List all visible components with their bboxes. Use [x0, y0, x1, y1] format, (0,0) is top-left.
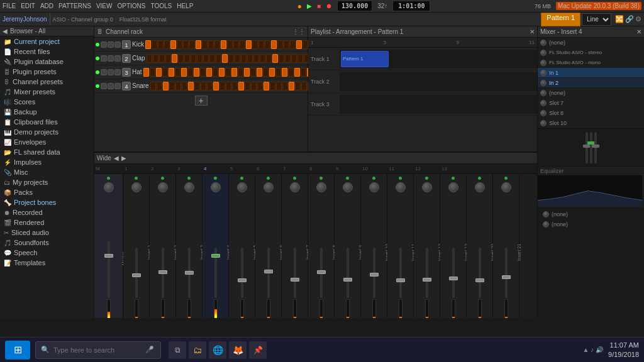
search-input[interactable] [53, 346, 142, 354]
sidebar-item-speech[interactable]: 💬 Speech [0, 248, 94, 258]
send-knob-2[interactable] [543, 221, 549, 228]
kick-pad-4[interactable] [170, 40, 176, 49]
ch-led-10[interactable] [372, 177, 375, 180]
snare-pad-9[interactable] [207, 82, 213, 90]
ch-knob-2[interactable] [158, 182, 168, 192]
menu-view[interactable]: VIEW [96, 3, 113, 9]
hat-pad-25[interactable] [301, 68, 306, 77]
clap-pad-21[interactable] [279, 54, 284, 63]
mixer-insert-close[interactable]: ✕ [636, 28, 641, 35]
snare-pad-7[interactable] [194, 82, 200, 90]
ch-knob-9[interactable] [343, 182, 353, 192]
insert-slot-none1[interactable]: (none) [538, 38, 644, 48]
sidebar-item-misc[interactable]: 📎 Misc [0, 167, 94, 177]
clap-solo[interactable] [108, 55, 114, 62]
kick-name[interactable]: Kick [132, 41, 144, 48]
snare-pad-10[interactable] [213, 82, 219, 90]
update-badge[interactable]: Mac Update 20.0.3 (Build 38) [556, 2, 641, 10]
clap-pad-15[interactable] [241, 54, 247, 63]
insert-slot-asio-mono[interactable]: FL Studio ASIO - mono [538, 58, 644, 68]
clap-pad-0[interactable] [147, 54, 152, 63]
rp-fader1-knob[interactable] [583, 145, 591, 148]
taskbar-icon-firefox[interactable]: 🦊 [229, 341, 247, 359]
insert-knob-8[interactable] [540, 110, 547, 116]
track3-content[interactable] [340, 95, 537, 114]
menu-patterns[interactable]: PATTERNS [58, 3, 91, 9]
snare-pad-18[interactable] [264, 82, 269, 90]
kick-pad-12[interactable] [221, 40, 226, 49]
bpm-display[interactable]: 130.000 [337, 1, 372, 11]
clap-pad-11[interactable] [216, 54, 221, 63]
snare-pad-4[interactable] [175, 82, 181, 90]
ch-led-1[interactable] [135, 177, 138, 180]
ch-led-8[interactable] [319, 177, 323, 180]
hat-menu[interactable] [114, 69, 121, 75]
ch-fader-knob-7[interactable] [291, 278, 299, 282]
snare-pad-8[interactable] [201, 82, 206, 90]
snare-menu[interactable] [114, 83, 121, 89]
snare-pad-16[interactable] [251, 82, 257, 90]
kick-pad-25[interactable] [303, 40, 308, 49]
hat-pad-14[interactable] [231, 68, 237, 77]
menu-edit[interactable]: EDIT [21, 3, 35, 9]
clap-menu[interactable] [114, 55, 121, 62]
taskbar-icon-files[interactable]: 🗂 [189, 341, 206, 359]
clap-pad-20[interactable] [272, 54, 278, 63]
insert-knob-9[interactable] [540, 120, 547, 126]
sidebar-item-packs[interactable]: 📦 Packs [0, 187, 94, 197]
ch-knob-7[interactable] [290, 182, 300, 192]
kick-pad-24[interactable] [296, 40, 302, 49]
hat-pad-16[interactable] [244, 68, 250, 77]
hat-solo[interactable] [108, 69, 114, 75]
menu-help[interactable]: HELP [177, 3, 193, 9]
clap-pad-6[interactable] [184, 54, 190, 63]
sidebar-item-recent-files[interactable]: 📄 Recent files [0, 47, 94, 57]
channel-rack-options[interactable]: ⋮⋮ [292, 28, 305, 35]
ch-knob-3[interactable] [184, 182, 194, 192]
hat-pad-20[interactable] [269, 68, 275, 77]
snare-pad-2[interactable] [163, 82, 169, 90]
ch-knob-13[interactable] [448, 182, 458, 192]
kick-pad-7[interactable] [189, 40, 195, 49]
hat-pad-22[interactable] [282, 68, 287, 77]
hat-pad-17[interactable] [250, 68, 256, 77]
clap-led[interactable] [96, 57, 99, 60]
clap-pad-3[interactable] [165, 54, 171, 63]
hat-mute[interactable] [101, 69, 107, 75]
clap-name[interactable]: Clap [132, 55, 145, 62]
clap-mute[interactable] [101, 55, 107, 62]
hat-pad-2[interactable] [156, 68, 162, 77]
mixer-channel-insert-2[interactable]: Insert 2 [150, 174, 176, 318]
snare-pad-12[interactable] [226, 82, 231, 90]
snare-pad-19[interactable] [270, 82, 275, 90]
hat-pad-13[interactable] [225, 68, 231, 77]
playlist-options[interactable]: ✕ [530, 28, 535, 35]
hat-pad-10[interactable] [206, 68, 212, 77]
clap-pad-8[interactable] [197, 54, 203, 63]
ch-led-7[interactable] [293, 177, 296, 180]
clap-pad-22[interactable] [285, 54, 291, 63]
ch-fader-12[interactable] [426, 248, 428, 298]
clap-pad-18[interactable] [260, 54, 265, 63]
clap-pad-5[interactable] [178, 54, 184, 63]
kick-pad-16[interactable] [246, 40, 252, 49]
ch-fader-knob-9[interactable] [343, 278, 352, 282]
ch-fader-knob-3[interactable] [185, 271, 194, 275]
ch-fader-knob-4[interactable] [211, 254, 220, 258]
snare-pad-1[interactable] [157, 82, 162, 90]
hat-pad-11[interactable] [213, 68, 218, 77]
kick-pad-2[interactable] [158, 40, 164, 49]
ch-led-3[interactable] [187, 177, 191, 180]
insert-knob-5[interactable] [540, 80, 547, 86]
toolbar2-icon-1[interactable]: 🔀 [615, 15, 624, 23]
kick-pad-9[interactable] [202, 40, 208, 49]
kick-pad-19[interactable] [265, 40, 270, 49]
hat-led[interactable] [96, 70, 99, 74]
clap-pad-12[interactable] [222, 54, 228, 63]
ch-led-5[interactable] [240, 177, 243, 180]
ch-fader-8[interactable] [320, 248, 323, 298]
send-knob-1[interactable] [543, 211, 549, 217]
sidebar-item-backup[interactable]: 💾 Backup [0, 107, 94, 117]
ch-fader-2[interactable] [162, 248, 164, 298]
sidebar-item-rendered[interactable]: 🎬 Rendered [0, 217, 94, 228]
